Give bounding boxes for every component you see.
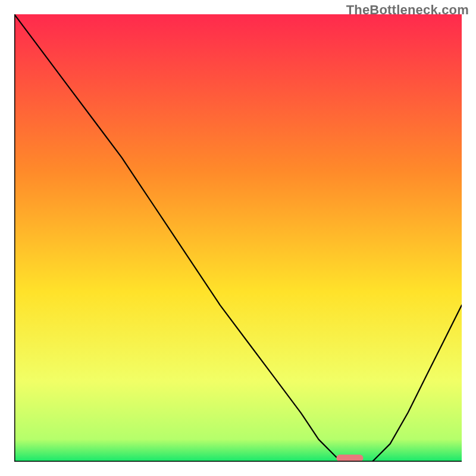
plot-area bbox=[14, 14, 462, 462]
gradient-background bbox=[14, 14, 462, 462]
optimal-marker bbox=[336, 455, 363, 462]
chart-frame: TheBottleneck.com bbox=[0, 0, 476, 476]
bottleneck-chart bbox=[14, 14, 462, 462]
